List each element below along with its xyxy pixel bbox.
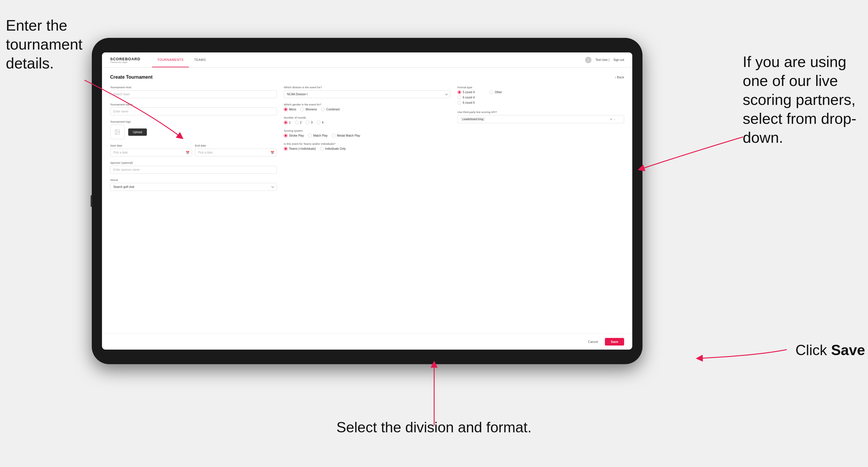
annotation-select-text: Select the division and format. [337,419,532,436]
signout-link[interactable]: Sign out [613,58,624,61]
brand: SCOREBOARD Powered by Clippit [110,57,141,63]
logo-upload-area: Upload [110,125,277,139]
event-individuals-radio[interactable] [320,147,324,151]
format-6count4[interactable]: 6 count 4 [458,96,487,99]
format-row-3: 6 count 5 [458,101,624,104]
gender-combined-radio[interactable] [321,107,325,111]
format-5count4-radio[interactable] [458,90,461,94]
division-label: Which division is the event for? [284,86,451,89]
format-6count5-radio[interactable] [458,101,461,104]
rounds-3-label: 3 [311,121,313,124]
rounds-4-radio[interactable] [317,121,320,124]
scoring-match[interactable]: Match Play [308,134,328,137]
end-date-wrapper: 📅 [195,149,277,156]
venue-select[interactable]: Search golf club [110,183,277,191]
tablet-frame: SCOREBOARD Powered by Clippit TOURNAMENT… [92,38,643,364]
rounds-2[interactable]: 2 [295,121,302,124]
division-group: Which division is the event for? NCAA Di… [284,86,451,98]
navbar-right: T Test User | Sign out [585,57,624,63]
tab-tournaments[interactable]: TOURNAMENTS [152,53,189,67]
format-5count4-label: 5 count 4 [463,91,475,94]
api-clear-icon[interactable]: ✕ [610,118,612,121]
gender-options: Mens Womens Combined [284,107,451,111]
rounds-1-radio[interactable] [284,121,287,124]
format-6count5-label: 6 count 5 [463,101,475,104]
scoring-label: Scoring system [284,129,451,132]
host-group: Tournament Host [110,86,277,98]
cancel-button[interactable]: Cancel [585,338,601,345]
format-type-label: Format type [458,86,624,89]
event-type-group: Is this event for Teams and/or Individua… [284,142,451,151]
rounds-2-radio[interactable] [295,121,299,124]
scoring-medal-radio[interactable] [332,134,336,137]
format-6count5[interactable]: 6 count 5 [458,101,487,104]
format-5count4[interactable]: 5 count 4 [458,90,487,94]
main-content: Create Tournament ‹ Back Tournament Host… [102,68,632,334]
event-individuals-label: Individuals Only [325,147,346,150]
format-options: 5 count 4 Other 6 count 4 [458,90,624,104]
scoring-stroke[interactable]: Stroke Play [284,134,304,137]
host-input[interactable] [110,90,277,98]
format-row-1: 5 count 4 Other [458,90,624,94]
rounds-4[interactable]: 4 [317,121,324,124]
gender-combined-label: Combined [326,108,340,111]
tablet-screen: SCOREBOARD Powered by Clippit TOURNAMENT… [102,53,632,350]
gender-mens[interactable]: Mens [284,107,296,111]
event-teams[interactable]: Teams (+Individuals) [284,147,316,151]
api-label: Use third-party live scoring API? [458,111,624,114]
event-individuals[interactable]: Individuals Only [320,147,346,151]
sponsor-label: Sponsor (optional) [110,161,277,164]
avatar: T [585,57,591,63]
format-other-radio[interactable] [490,90,493,94]
tab-teams[interactable]: TEAMS [189,53,211,67]
venue-select-wrapper: Search golf club [110,183,277,191]
rounds-1[interactable]: 1 [284,121,291,124]
event-type-options: Teams (+Individuals) Individuals Only [284,147,451,151]
scoring-medal-match[interactable]: Medal Match Play [332,134,360,137]
gender-womens-radio[interactable] [300,107,304,111]
venue-group: Venue Search golf club [110,178,277,191]
rounds-options: 1 2 3 4 [284,121,451,124]
annotation-enter: Enter the tournament details. [6,16,87,73]
gender-womens[interactable]: Womens [300,107,317,111]
navbar: SCOREBOARD Powered by Clippit TOURNAMENT… [102,53,632,68]
tablet-side-button [91,195,92,207]
api-chevron-icon[interactable]: ⌄ [613,118,616,121]
event-teams-label: Teams (+Individuals) [289,147,316,150]
event-type-label: Is this event for Teams and/or Individua… [284,142,451,145]
gender-combined[interactable]: Combined [321,107,340,111]
brand-subtitle: Powered by Clippit [110,61,141,63]
logo-group: Tournament logo Upload [110,120,277,139]
back-link[interactable]: ‹ Back [615,75,624,79]
start-date-label: Start date [110,144,192,147]
end-date-group: End date 📅 [195,144,277,156]
start-date-input[interactable] [110,149,192,156]
rounds-3-radio[interactable] [306,121,309,124]
name-input[interactable] [110,107,277,115]
end-date-input[interactable] [195,149,277,156]
svg-point-1 [116,131,117,132]
event-teams-radio[interactable] [284,147,287,151]
format-type-group: Format type 5 count 4 Other [458,86,624,104]
api-select-box[interactable]: Leaderboard King ✕ ⌄ [458,115,624,123]
sponsor-input[interactable] [110,166,277,174]
format-other[interactable]: Other [490,90,519,94]
logo-label: Tournament logo [110,120,277,123]
annotation-live-text: If you are using one of our live scoring… [743,53,856,146]
venue-label: Venue [110,178,277,182]
gender-mens-label: Mens [289,108,296,111]
division-select[interactable]: NCAA Division I [284,90,451,98]
api-select-tag: Leaderboard King [461,117,485,121]
scoring-stroke-radio[interactable] [284,134,287,137]
rounds-4-label: 4 [322,121,324,124]
upload-button[interactable]: Upload [128,128,147,136]
save-button[interactable]: Save [605,338,624,345]
rounds-group: Number of rounds 1 2 [284,116,451,124]
rounds-3[interactable]: 3 [306,121,313,124]
page-title: Create Tournament [110,74,153,80]
gender-mens-radio[interactable] [284,107,287,111]
format-6count4-radio[interactable] [458,96,461,99]
api-group: Use third-party live scoring API? Leader… [458,111,624,123]
name-label: Tournament name [110,103,277,106]
scoring-match-radio[interactable] [308,134,312,137]
